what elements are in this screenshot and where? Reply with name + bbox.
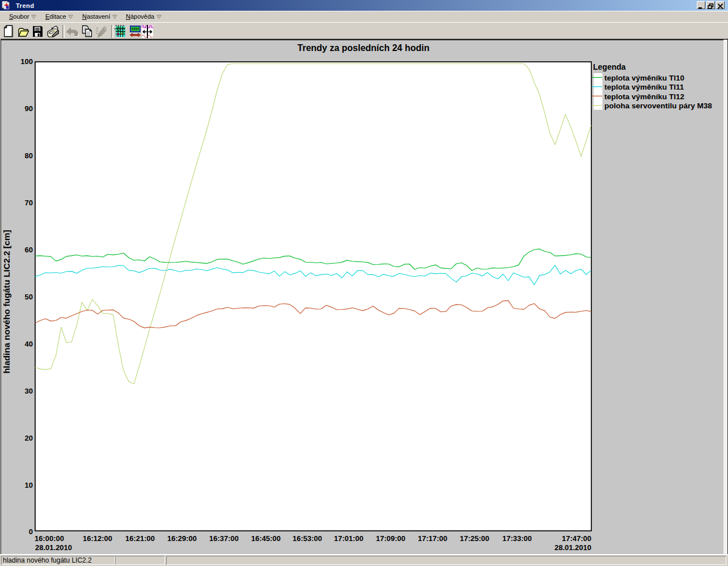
svg-text:40: 40 <box>25 340 33 348</box>
svg-text:Trendy za posledních 24 hodin: Trendy za posledních 24 hodin <box>298 43 430 53</box>
svg-text:16:00:00: 16:00:00 <box>35 534 64 543</box>
svg-text:Legenda: Legenda <box>593 62 626 71</box>
svg-text:17:33:00: 17:33:00 <box>502 534 532 543</box>
svg-text:16:37:00: 16:37:00 <box>209 534 239 543</box>
svg-text:17:17:00: 17:17:00 <box>418 534 447 543</box>
svg-text:100: 100 <box>20 57 33 66</box>
svg-text:teplota výměníku TI10: teplota výměníku TI10 <box>604 74 684 82</box>
svg-text:28.01.2010: 28.01.2010 <box>555 543 591 552</box>
svg-text:hladina nového fugátu LIC2.2 [: hladina nového fugátu LIC2.2 [cm] <box>2 230 11 373</box>
svg-text:16:12:00: 16:12:00 <box>83 534 112 543</box>
svg-text:17:25:00: 17:25:00 <box>460 534 489 543</box>
svg-text:50: 50 <box>25 293 33 301</box>
svg-text:70: 70 <box>25 198 33 207</box>
svg-text:90: 90 <box>25 104 33 113</box>
svg-text:16:29:00: 16:29:00 <box>167 534 197 543</box>
svg-text:teplota výměníku TI12: teplota výměníku TI12 <box>604 92 684 101</box>
svg-text:17:01:00: 17:01:00 <box>334 534 363 543</box>
svg-text:28.01.2010: 28.01.2010 <box>35 543 72 552</box>
svg-text:16:21:00: 16:21:00 <box>125 534 155 543</box>
svg-text:17:47:00: 17:47:00 <box>562 534 591 543</box>
svg-text:80: 80 <box>25 151 33 160</box>
svg-text:20: 20 <box>25 434 33 442</box>
svg-text:16:53:00: 16:53:00 <box>293 534 322 543</box>
svg-text:teplota výměníku TI11: teplota výměníku TI11 <box>604 83 684 91</box>
svg-text:poloha servoventilu páry M38: poloha servoventilu páry M38 <box>604 102 712 110</box>
svg-text:30: 30 <box>25 387 33 395</box>
svg-text:10: 10 <box>25 481 33 489</box>
svg-text:60: 60 <box>25 246 33 254</box>
svg-text:16:45:00: 16:45:00 <box>251 534 281 543</box>
svg-text:17:09:00: 17:09:00 <box>376 534 405 543</box>
svg-text:0: 0 <box>29 527 33 536</box>
